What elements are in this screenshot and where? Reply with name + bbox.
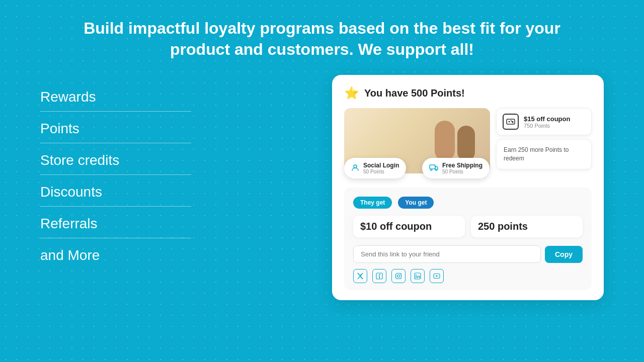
badge-social-login: Social Login 50 Points [344,158,406,178]
you-get-badge: You get [398,197,434,209]
svg-point-7 [436,169,437,170]
nav-list: Rewards Points Store credits Discounts R… [40,75,191,269]
they-get-value-box: $10 off coupon [353,216,465,237]
youtube-icon[interactable] [430,269,444,283]
twitter-icon[interactable] [353,269,367,283]
page-wrapper: Build impactful loyalty programs based o… [0,0,644,362]
nav-item-rewards[interactable]: Rewards [40,80,191,112]
page-title: Build impactful loyalty programs based o… [84,18,560,60]
earn-card: Earn 250 more Points to redeem [496,139,592,169]
main-card: ⭐ You have 500 Points! [332,75,604,300]
link-row: Copy [353,245,583,263]
svg-marker-16 [436,275,438,277]
social-login-label: Social Login [363,162,399,169]
nav-item-store-credits[interactable]: Store credits [40,143,191,175]
facebook-icon[interactable] [372,269,386,283]
svg-point-4 [354,165,357,168]
svg-point-10 [397,275,400,278]
social-login-points: 50 Points [363,169,399,174]
earn-text: Earn 250 more Points to redeem [504,146,584,163]
nav-item-discounts[interactable]: Discounts [40,175,191,207]
instagram-icon[interactable] [391,269,406,283]
coupon-sub: 750 Points [524,123,570,129]
free-shipping-points: 50 Points [442,169,482,174]
you-get-value-box: 250 points [471,216,583,237]
coupon-label: $15 off coupon [524,115,570,123]
card-area: ⭐ You have 500 Points! [332,75,604,326]
svg-rect-14 [416,276,417,279]
referral-badges-row: They get You get [353,197,583,209]
linkedin-icon[interactable] [411,269,425,283]
svg-rect-5 [430,165,435,169]
main-content: Rewards Points Store credits Discounts R… [0,70,644,326]
svg-point-13 [416,275,417,276]
referral-section: They get You get $10 off coupon 250 poin… [344,188,592,290]
coupon-mini-card: $15 off coupon 750 Points [496,108,592,135]
you-get-value: 250 points [478,221,576,232]
free-shipping-label: Free Shipping [442,162,482,169]
social-login-icon [351,163,359,173]
nav-item-referrals[interactable]: Referrals [40,207,191,238]
svg-point-6 [431,169,432,170]
svg-rect-0 [507,119,515,124]
image-row: $15 off coupon 750 Points Earn 250 more … [344,108,592,173]
svg-point-11 [400,274,400,275]
nav-item-points[interactable]: Points [40,112,191,143]
copy-button[interactable]: Copy [545,246,583,263]
points-header: ⭐ You have 500 Points! [344,86,592,100]
they-get-badge: They get [353,197,392,209]
social-icons-row [353,269,583,283]
they-get-value: $10 off coupon [360,221,458,232]
badge-free-shipping: Free Shipping 50 Points [422,158,490,178]
shipping-icon [429,164,438,173]
star-icon: ⭐ [344,86,359,100]
right-cards: $15 off coupon 750 Points Earn 250 more … [496,108,592,173]
points-text: You have 500 Points! [364,87,465,99]
header: Build impactful loyalty programs based o… [33,0,611,70]
nav-item-and-more[interactable]: and More [40,238,191,269]
referral-link-input[interactable] [353,245,541,263]
referral-values-row: $10 off coupon 250 points [353,216,583,237]
coupon-icon [503,114,519,130]
svg-point-3 [512,121,514,123]
svg-point-1 [509,121,510,123]
